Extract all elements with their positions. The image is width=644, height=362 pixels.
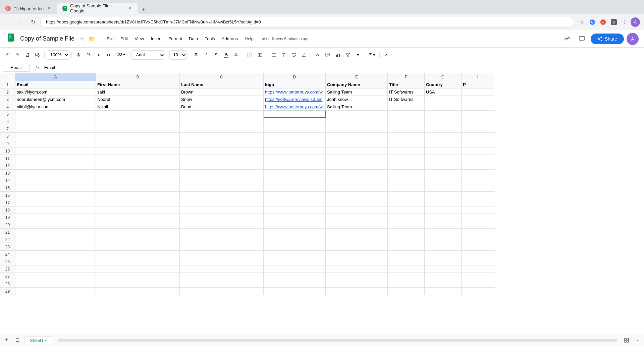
col-header-H[interactable]: H bbox=[462, 73, 495, 81]
user-avatar[interactable]: A bbox=[627, 33, 639, 45]
cell-13-D[interactable] bbox=[264, 170, 326, 177]
cell-20-C[interactable] bbox=[180, 221, 264, 229]
cell-14-B[interactable] bbox=[96, 177, 180, 184]
cell-18-F[interactable] bbox=[388, 206, 425, 214]
cell-10-C[interactable] bbox=[180, 147, 264, 155]
cell-5-A[interactable] bbox=[15, 111, 96, 118]
cell-2-E[interactable]: Sailing Team bbox=[326, 88, 388, 96]
row-number[interactable]: 25 bbox=[0, 258, 15, 265]
cell-11-F[interactable] bbox=[388, 155, 425, 162]
cell-4-B[interactable]: Nikhil bbox=[96, 103, 180, 111]
strikethrough-button[interactable]: S bbox=[211, 50, 221, 60]
cell-7-D[interactable] bbox=[264, 125, 326, 133]
col-header-F[interactable]: F bbox=[388, 73, 425, 81]
cell-21-A[interactable] bbox=[15, 229, 96, 236]
cell-4-D[interactable]: https://www.betterbuys.com/w bbox=[264, 103, 326, 111]
expand-sheet-button[interactable] bbox=[623, 336, 631, 344]
cell-13-C[interactable] bbox=[180, 170, 264, 177]
cell-12-F[interactable] bbox=[388, 162, 425, 170]
row-number[interactable]: 13 bbox=[0, 170, 15, 177]
menu-addons[interactable]: Add-ons bbox=[218, 34, 241, 43]
horizontal-scrollbar[interactable] bbox=[58, 339, 617, 342]
zoom-select[interactable]: 100% bbox=[47, 50, 69, 60]
cell-8-E[interactable] bbox=[326, 133, 388, 140]
cell-28-E[interactable] bbox=[326, 280, 388, 288]
cell-18-B[interactable] bbox=[96, 206, 180, 214]
cell-8-H[interactable] bbox=[462, 133, 495, 140]
cell-9-B[interactable] bbox=[96, 140, 180, 147]
cell-7-C[interactable] bbox=[180, 125, 264, 133]
cell-23-B[interactable] bbox=[96, 243, 180, 251]
cell-17-G[interactable] bbox=[425, 199, 462, 206]
cell-13-A[interactable] bbox=[15, 170, 96, 177]
row-number[interactable]: 1 bbox=[0, 81, 15, 88]
cell-18-E[interactable] bbox=[326, 206, 388, 214]
row-number[interactable]: 28 bbox=[0, 280, 15, 288]
cell-2-B[interactable]: saki bbox=[96, 88, 180, 96]
cell-25-H[interactable] bbox=[462, 258, 495, 265]
comments-icon[interactable] bbox=[576, 33, 588, 45]
cell-21-E[interactable] bbox=[326, 229, 388, 236]
cell-5-G[interactable] bbox=[425, 111, 462, 118]
cell-15-E[interactable] bbox=[326, 184, 388, 192]
font-select[interactable]: Arial bbox=[131, 50, 165, 60]
cell-14-E[interactable] bbox=[326, 177, 388, 184]
valign-button[interactable] bbox=[279, 50, 288, 60]
cell-3-G[interactable] bbox=[425, 96, 462, 103]
cell-20-D[interactable] bbox=[264, 221, 326, 229]
insert-link-button[interactable] bbox=[313, 50, 322, 60]
cell-10-A[interactable] bbox=[15, 147, 96, 155]
row-number[interactable]: 4 bbox=[0, 103, 15, 111]
cell-6-B[interactable] bbox=[96, 118, 180, 125]
cell-12-B[interactable] bbox=[96, 162, 180, 170]
cell-26-A[interactable] bbox=[15, 265, 96, 273]
hippo-tab-close[interactable]: ✕ bbox=[46, 6, 52, 11]
cell-22-E[interactable] bbox=[326, 236, 388, 243]
cell-28-A[interactable] bbox=[15, 280, 96, 288]
cell-18-C[interactable] bbox=[180, 206, 264, 214]
cell-7-B[interactable] bbox=[96, 125, 180, 133]
cell-29-F[interactable] bbox=[388, 288, 425, 295]
cell-14-C[interactable] bbox=[180, 177, 264, 184]
cell-24-F[interactable] bbox=[388, 251, 425, 258]
cell-23-G[interactable] bbox=[425, 243, 462, 251]
cell-6-F[interactable] bbox=[388, 118, 425, 125]
cell-8-F[interactable] bbox=[388, 133, 425, 140]
cell-6-G[interactable] bbox=[425, 118, 462, 125]
cell-10-B[interactable] bbox=[96, 147, 180, 155]
cell-28-C[interactable] bbox=[180, 280, 264, 288]
col-header-B[interactable]: B bbox=[96, 73, 180, 81]
collapse-sheet-button[interactable]: › bbox=[633, 336, 641, 344]
cell-10-E[interactable] bbox=[326, 147, 388, 155]
undo-button[interactable]: ↶ bbox=[3, 50, 12, 60]
text-color-button[interactable]: A bbox=[221, 50, 231, 60]
cell-13-H[interactable] bbox=[462, 170, 495, 177]
cell-27-H[interactable] bbox=[462, 273, 495, 280]
cell-20-G[interactable] bbox=[425, 221, 462, 229]
cell-21-B[interactable] bbox=[96, 229, 180, 236]
cell-16-H[interactable] bbox=[462, 192, 495, 199]
cell-20-H[interactable] bbox=[462, 221, 495, 229]
cell-3-F[interactable]: IT Softwares bbox=[388, 96, 425, 103]
cell-17-D[interactable] bbox=[264, 199, 326, 206]
cell-26-B[interactable] bbox=[96, 265, 180, 273]
cell-9-F[interactable] bbox=[388, 140, 425, 147]
font-size-select[interactable]: 10 bbox=[169, 50, 187, 60]
row-number[interactable]: 22 bbox=[0, 236, 15, 243]
cell-25-B[interactable] bbox=[96, 258, 180, 265]
cell-10-F[interactable] bbox=[388, 147, 425, 155]
cell-23-A[interactable] bbox=[15, 243, 96, 251]
cell-24-D[interactable] bbox=[264, 251, 326, 258]
more-formats-button[interactable]: 123 ▾ bbox=[114, 50, 127, 60]
cell-9-E[interactable] bbox=[326, 140, 388, 147]
cell-12-H[interactable] bbox=[462, 162, 495, 170]
cell-23-E[interactable] bbox=[326, 243, 388, 251]
paint-format-button[interactable] bbox=[33, 50, 42, 60]
cell-15-H[interactable] bbox=[462, 184, 495, 192]
cell-4-G[interactable] bbox=[425, 103, 462, 111]
cell-1-G[interactable]: Country bbox=[425, 81, 462, 88]
cell-19-E[interactable] bbox=[326, 214, 388, 221]
cell-17-E[interactable] bbox=[326, 199, 388, 206]
decimal-increase-button[interactable]: .00 bbox=[104, 50, 113, 60]
cell-3-A[interactable]: noorulameen@lycm.com bbox=[15, 96, 96, 103]
